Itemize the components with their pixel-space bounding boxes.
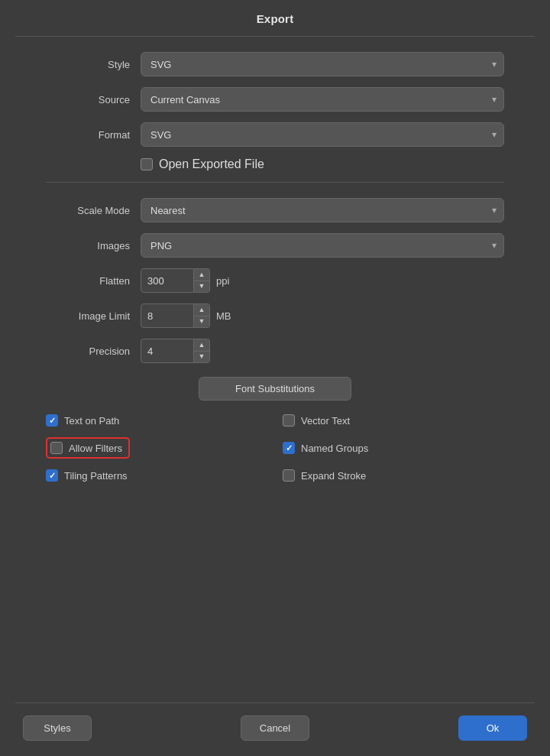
flatten-row: Flatten ▲ ▼ ppi [46,268,504,293]
allow-filters-checkbox[interactable] [50,442,63,454]
scale-mode-select-wrapper: Nearest Bilinear Bicubic ▾ [141,198,504,222]
cancel-button[interactable]: Cancel [241,715,309,741]
styles-button[interactable]: Styles [23,715,92,741]
images-select[interactable]: PNG JPEG Embed [141,233,504,258]
named-groups-checkbox[interactable] [283,442,295,454]
allow-filters-label: Allow Filters [69,443,122,454]
flatten-input[interactable] [141,268,194,293]
source-select-wrapper: Current Canvas Selection All Pages ▾ [141,87,504,112]
flatten-spinner-wrapper: ▲ ▼ ppi [141,268,229,293]
text-on-path-label: Text on Path [64,415,119,427]
source-select[interactable]: Current Canvas Selection All Pages [141,87,504,112]
dialog-content: Style SVG PNG PDF EPS ▾ Source Current C… [0,37,550,695]
image-limit-row: Image Limit ▲ ▼ MB [46,303,504,328]
image-limit-input[interactable] [141,303,194,328]
named-groups-label: Named Groups [301,443,368,454]
tiling-patterns-label: Tiling Patterns [64,470,128,482]
scale-mode-row: Scale Mode Nearest Bilinear Bicubic ▾ [46,198,504,222]
precision-up-button[interactable]: ▲ [194,339,209,351]
named-groups-item[interactable]: Named Groups [283,437,504,459]
open-exported-row: Open Exported File [141,157,504,171]
source-row: Source Current Canvas Selection All Page… [46,87,504,112]
flatten-unit: ppi [216,275,229,287]
vector-text-checkbox[interactable] [283,414,295,427]
flatten-down-button[interactable]: ▼ [194,281,209,292]
section-divider-1 [46,182,504,183]
tiling-patterns-checkbox[interactable] [46,469,58,482]
export-dialog: Export Style SVG PNG PDF EPS ▾ Source Cu… [0,0,550,756]
text-on-path-item[interactable]: Text on Path [46,414,267,427]
checkboxes-grid: Text on Path Vector Text Allow Filters N… [46,414,504,482]
open-exported-label: Open Exported File [159,157,264,171]
image-limit-up-button[interactable]: ▲ [194,304,209,316]
expand-stroke-checkbox[interactable] [283,469,295,482]
open-exported-checkbox[interactable] [141,158,153,170]
source-label: Source [46,94,130,105]
flatten-spinner-buttons: ▲ ▼ [194,268,210,293]
images-select-wrapper: PNG JPEG Embed ▾ [141,233,504,258]
expand-stroke-item[interactable]: Expand Stroke [283,469,504,482]
precision-spinner-wrapper: ▲ ▼ [141,339,210,363]
image-limit-unit: MB [216,310,231,322]
flatten-up-button[interactable]: ▲ [194,269,209,281]
allow-filters-item[interactable]: Allow Filters [46,437,267,459]
text-on-path-checkbox[interactable] [46,414,58,427]
images-label: Images [46,240,130,251]
vector-text-item[interactable]: Vector Text [283,414,504,427]
ok-button[interactable]: Ok [458,715,527,741]
format-row: Format SVG PNG PDF ▾ [46,122,504,147]
precision-down-button[interactable]: ▼ [194,351,209,362]
images-row: Images PNG JPEG Embed ▾ [46,233,504,258]
format-select-wrapper: SVG PNG PDF ▾ [141,122,504,147]
image-limit-label: Image Limit [46,310,130,322]
button-row: Styles Cancel Ok [0,703,550,756]
scale-mode-label: Scale Mode [46,205,130,216]
precision-input[interactable] [141,339,194,363]
tiling-patterns-item[interactable]: Tiling Patterns [46,469,267,482]
image-limit-spinner-buttons: ▲ ▼ [194,303,210,328]
precision-label: Precision [46,346,130,357]
precision-row: Precision ▲ ▼ [46,339,504,363]
allow-filters-highlight: Allow Filters [46,437,130,459]
expand-stroke-label: Expand Stroke [301,470,366,482]
style-label: Style [46,59,130,70]
flatten-label: Flatten [46,275,130,287]
style-select-wrapper: SVG PNG PDF EPS ▾ [141,52,504,76]
dialog-title: Export [0,0,550,36]
image-limit-spinner-wrapper: ▲ ▼ MB [141,303,231,328]
scale-mode-select[interactable]: Nearest Bilinear Bicubic [141,198,504,222]
format-select[interactable]: SVG PNG PDF [141,122,504,147]
style-row: Style SVG PNG PDF EPS ▾ [46,52,504,76]
style-select[interactable]: SVG PNG PDF EPS [141,52,504,76]
precision-spinner-buttons: ▲ ▼ [194,339,210,363]
vector-text-label: Vector Text [301,415,350,427]
format-label: Format [46,129,130,141]
image-limit-down-button[interactable]: ▼ [194,316,209,327]
font-substitutions-button[interactable]: Font Substitutions [199,377,351,401]
